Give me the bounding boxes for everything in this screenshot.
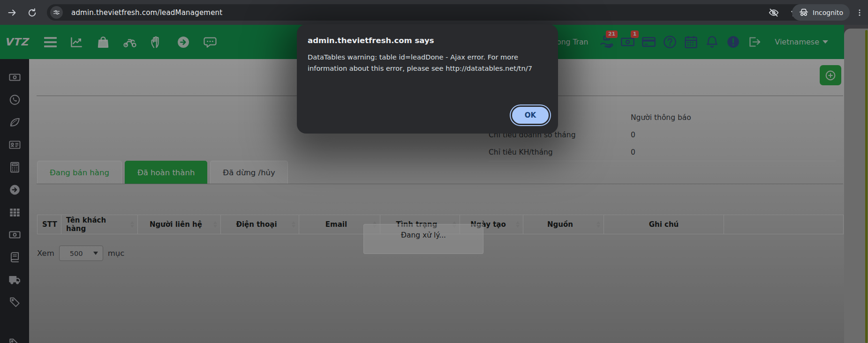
dots-vertical-icon [855, 8, 864, 17]
incognito-badge: Incognito [792, 4, 850, 21]
incognito-label: Incognito [813, 9, 843, 16]
browser-toolbar: admin.thevietfresh.com/leadManagement In… [0, 0, 868, 25]
alert-dialog-message: DataTables warning: table id=leadDone - … [308, 52, 537, 74]
site-info-icon[interactable] [50, 6, 63, 19]
forward-arrow-icon [7, 7, 18, 18]
reload-icon [27, 7, 38, 18]
ok-button[interactable]: OK [512, 107, 549, 124]
url-text[interactable]: admin.thevietfresh.com/leadManagement [71, 8, 222, 17]
reload-button[interactable] [24, 5, 39, 20]
address-bar[interactable]: admin.thevietfresh.com/leadManagement [47, 4, 808, 21]
eye-slash-icon[interactable] [768, 7, 779, 18]
forward-button[interactable] [5, 5, 20, 20]
alert-dialog-title: admin.thevietfresh.com says [308, 36, 547, 45]
incognito-icon [799, 7, 809, 18]
screen: admin.thevietfresh.com/leadManagement In… [0, 0, 868, 343]
alert-dialog: admin.thevietfresh.com says DataTables w… [297, 24, 558, 134]
browser-menu-button[interactable] [855, 6, 864, 19]
